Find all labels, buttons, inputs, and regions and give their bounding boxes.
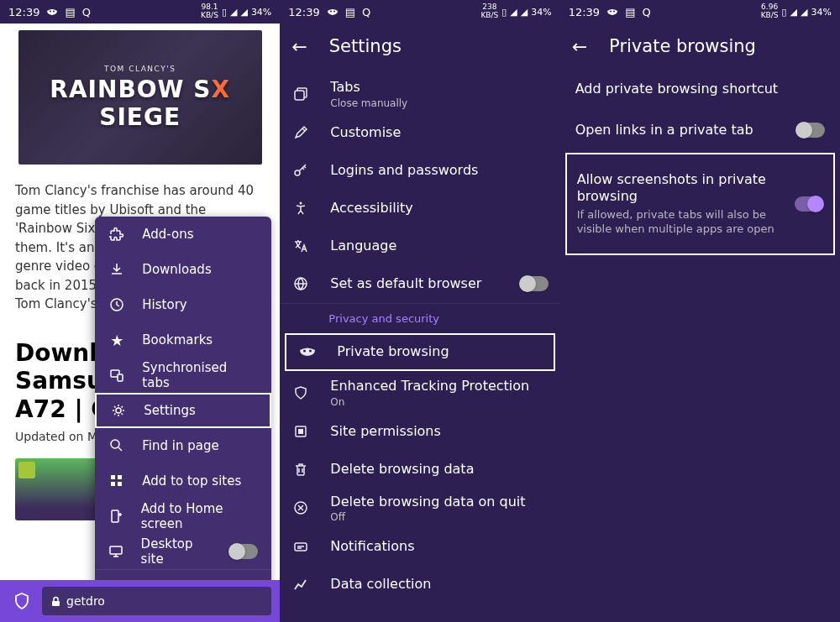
setting-data-collection[interactable]: Data collection xyxy=(280,566,559,604)
settings-list: Tabs Close manually Customise Logins and… xyxy=(280,69,559,609)
gear-icon xyxy=(110,402,127,419)
setting-sublabel: Off xyxy=(330,511,548,523)
url-text: getdro xyxy=(66,594,105,608)
menu-history[interactable]: History xyxy=(95,287,271,322)
desktop-site-toggle[interactable] xyxy=(229,544,258,559)
setting-sublabel: On xyxy=(330,396,548,408)
setting-label: Notifications xyxy=(330,538,548,556)
page-title: Settings xyxy=(329,36,402,56)
accessibility-icon xyxy=(291,199,310,217)
setting-label: Enhanced Tracking Protection xyxy=(330,378,548,395)
menu-label: Add to top sites xyxy=(142,473,241,489)
battery-text: 34% xyxy=(531,7,551,18)
menu-label: History xyxy=(142,297,186,312)
shield-button[interactable] xyxy=(8,588,35,614)
setting-site-permissions[interactable]: Site permissions xyxy=(280,413,559,451)
pb-label: Allow screenshots in private browsing xyxy=(577,171,783,206)
setting-default-browser[interactable]: Set as default browser xyxy=(280,265,559,303)
pb-sublabel: If allowed, private tabs will also be vi… xyxy=(577,208,783,237)
private-browsing-header: ← Private browsing xyxy=(560,24,840,69)
setting-accessibility[interactable]: Accessibility xyxy=(280,190,559,227)
browser-menu: Add-ons Downloads History ★ Bookmarks Sy… xyxy=(95,217,271,604)
status-bar: 12:39 ▤ Q 6.96KB/S ▯ ◢ ◢ 34% xyxy=(560,0,840,24)
mask-icon xyxy=(298,342,317,361)
status-time: 12:39 xyxy=(288,6,319,18)
menu-desktop-site[interactable]: Desktop site xyxy=(95,534,271,569)
setting-logins[interactable]: Logins and passwords xyxy=(280,152,559,190)
network-speed: 98.1KB/S xyxy=(201,3,218,20)
setting-notifications[interactable]: Notifications xyxy=(280,528,559,566)
close-circle-icon xyxy=(291,499,310,517)
pb-allow-screenshots[interactable]: Allow screenshots in private browsing If… xyxy=(565,153,835,255)
default-browser-toggle[interactable] xyxy=(520,276,549,291)
pb-label: Add private browsing shortcut xyxy=(575,81,825,98)
settings-header: ← Settings xyxy=(280,24,559,69)
allow-screenshots-toggle[interactable] xyxy=(795,196,823,212)
star-icon: ★ xyxy=(108,332,125,348)
shield-icon xyxy=(291,384,310,402)
svg-rect-6 xyxy=(118,475,122,479)
volte-icon: ▯ xyxy=(501,7,507,18)
pb-add-shortcut[interactable]: Add private browsing shortcut xyxy=(560,69,840,110)
wifi-icon: ◢ xyxy=(230,7,237,18)
menu-label: Desktop site xyxy=(141,536,213,567)
section-header-privacy: Privacy and security xyxy=(280,303,559,333)
setting-customise[interactable]: Customise xyxy=(280,114,559,152)
setting-label: Tabs xyxy=(330,79,548,97)
setting-label: Language xyxy=(330,238,548,255)
setting-tabs[interactable]: Tabs Close manually xyxy=(280,74,559,114)
image-icon: ▤ xyxy=(345,6,355,18)
menu-settings[interactable]: Settings xyxy=(95,393,271,428)
volte-icon: ▯ xyxy=(222,7,227,18)
back-button[interactable]: ← xyxy=(572,36,587,57)
volte-icon: ▯ xyxy=(782,7,787,18)
battery-text: 34% xyxy=(811,7,832,18)
setting-language[interactable]: Language xyxy=(280,227,559,265)
hero-title: RAINBOW SX SIEGE xyxy=(18,76,262,131)
search-icon xyxy=(108,437,125,454)
menu-downloads[interactable]: Downloads xyxy=(95,252,271,287)
menu-label: Add-ons xyxy=(142,227,193,242)
status-bar: 12:39 ▤ Q 98.1KB/S ▯ ◢ ◢ 34% xyxy=(0,0,280,24)
setting-tracking-protection[interactable]: Enhanced Tracking Protection On xyxy=(280,373,559,413)
wifi-icon: ◢ xyxy=(790,7,797,18)
phone-add-icon xyxy=(108,508,123,525)
menu-label: Find in page xyxy=(142,438,218,453)
signal-icon: ◢ xyxy=(801,7,807,18)
menu-addons[interactable]: Add-ons xyxy=(95,217,271,252)
menu-find-in-page[interactable]: Find in page xyxy=(95,428,271,463)
puzzle-icon xyxy=(108,226,125,243)
pb-open-links[interactable]: Open links in a private tab xyxy=(560,110,840,151)
svg-rect-5 xyxy=(111,475,115,479)
menu-add-top-sites[interactable]: Add to top sites xyxy=(95,463,271,499)
menu-synced-tabs[interactable]: Synchronised tabs xyxy=(95,358,271,393)
mask-icon xyxy=(606,8,618,16)
wifi-icon: ◢ xyxy=(510,7,517,18)
network-speed: 238KB/S xyxy=(480,3,498,20)
setting-delete-on-quit[interactable]: Delete browsing data on quit Off xyxy=(280,489,559,529)
menu-bookmarks[interactable]: ★ Bookmarks xyxy=(95,322,271,358)
menu-label: Add to Home screen xyxy=(141,501,259,531)
article-hero-image: TOM CLANCY'S RAINBOW SX SIEGE xyxy=(18,30,262,165)
menu-label: Synchronised tabs xyxy=(142,360,258,390)
open-links-toggle[interactable] xyxy=(796,123,825,138)
devices-icon xyxy=(108,367,125,384)
back-button[interactable]: ← xyxy=(291,36,307,57)
svg-rect-8 xyxy=(118,482,122,486)
desktop-icon xyxy=(108,543,123,560)
setting-delete-data[interactable]: Delete browsing data xyxy=(280,451,559,489)
android-badge-icon xyxy=(18,462,35,478)
globe-icon xyxy=(291,274,310,293)
menu-add-home-screen[interactable]: Add to Home screen xyxy=(95,499,271,534)
q-icon: Q xyxy=(362,6,370,18)
chart-icon xyxy=(291,576,310,594)
svg-rect-2 xyxy=(118,374,123,381)
language-icon xyxy=(291,237,310,255)
url-input[interactable]: getdro xyxy=(42,587,271,615)
setting-private-browsing[interactable]: Private browsing xyxy=(285,333,554,371)
trash-icon xyxy=(291,460,310,478)
status-time: 12:39 xyxy=(569,6,600,18)
menu-label: Bookmarks xyxy=(142,332,213,348)
setting-label: Customise xyxy=(330,124,548,142)
svg-point-4 xyxy=(111,440,119,448)
